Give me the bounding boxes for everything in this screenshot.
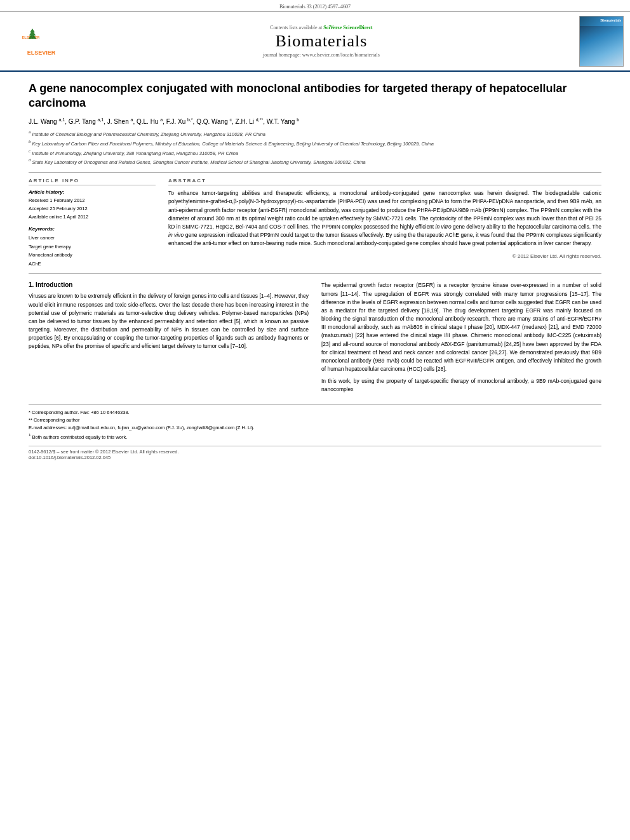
keywords-list: Liver cancer Target gene therapy Monoclo… bbox=[29, 234, 156, 268]
cover-text: Biomaterials bbox=[600, 18, 621, 22]
article-history-label: Article history: bbox=[29, 189, 156, 195]
footer-doi: doi:10.1016/j.biomaterials.2012.02.045 bbox=[29, 455, 601, 460]
abstract-heading: ABSTRACT bbox=[168, 178, 601, 185]
journal-header-center: Contents lists available at SciVerse Sci… bbox=[76, 25, 566, 58]
journal-ref: Biomaterials 33 (2012) 4597–4607 bbox=[279, 4, 351, 10]
authors: J.L. Wang a,1, G.P. Tang a,1, J. Shen a,… bbox=[29, 117, 601, 125]
affiliation-d: d State Key Laboratory of Oncogenes and … bbox=[29, 157, 601, 166]
journal-top-bar: Biomaterials 33 (2012) 4597–4607 bbox=[0, 0, 630, 11]
intro-col-left: 1. Introduction Viruses are known to be … bbox=[29, 281, 309, 397]
abstract-col: ABSTRACT To enhance tumor-targeting abil… bbox=[168, 178, 601, 268]
received-date: Received 1 February 2012 bbox=[29, 197, 156, 205]
footnote-emails: E-mail addresses: xufj@mail.buct.edu.cn,… bbox=[29, 424, 601, 432]
intro-col-right: The epidermal growth factor receptor (EG… bbox=[321, 281, 601, 397]
abstract-text: To enhance tumor-targeting abilities and… bbox=[168, 189, 601, 248]
article-info-col: ARTICLE INFO Article history: Received 1… bbox=[29, 178, 156, 268]
footnote-corresponding-2: ** Corresponding author bbox=[29, 417, 601, 424]
available-date: Available online 1 April 2012 bbox=[29, 213, 156, 222]
article-container: A gene nanocomplex conjugated with monoc… bbox=[0, 72, 630, 470]
keywords-label: Keywords: bbox=[29, 226, 156, 232]
divider-2 bbox=[29, 273, 601, 274]
article-dates: Received 1 February 2012 Accepted 25 Feb… bbox=[29, 197, 156, 221]
keyword-target-gene: Target gene therapy bbox=[29, 243, 156, 251]
keyword-ache: AChE bbox=[29, 260, 156, 269]
intro-paragraph-2: The epidermal growth factor receptor (EG… bbox=[321, 281, 601, 373]
footer-copyright: 0142-9612/$ – see front matter © 2012 El… bbox=[29, 449, 601, 455]
journal-cover-container: Biomaterials bbox=[566, 16, 624, 67]
affiliation-c: c Institute of Immunology, Zhejiang Univ… bbox=[29, 148, 601, 157]
affiliations: a Institute of Chemical Biology and Phar… bbox=[29, 129, 601, 166]
keyword-liver-cancer: Liver cancer bbox=[29, 234, 156, 243]
article-info-abstract: ARTICLE INFO Article history: Received 1… bbox=[29, 178, 601, 268]
sciverse-link[interactable]: SciVerse ScienceDirect bbox=[323, 25, 373, 30]
copyright: © 2012 Elsevier Ltd. All rights reserved… bbox=[168, 253, 601, 259]
affiliation-a: a Institute of Chemical Biology and Phar… bbox=[29, 129, 601, 138]
accepted-date: Accepted 25 February 2012 bbox=[29, 205, 156, 213]
journal-homepage: journal homepage: www.elsevier.com/locat… bbox=[76, 52, 566, 58]
divider-1 bbox=[29, 172, 601, 173]
journal-header: ELSEVIER ELSEVIER Contents lists availab… bbox=[0, 11, 630, 72]
intro-paragraph-1: Viruses are known to be extremely effici… bbox=[29, 292, 309, 350]
article-info-heading: ARTICLE INFO bbox=[29, 178, 156, 185]
keyword-monoclonal: Monoclonal antibody bbox=[29, 251, 156, 260]
svg-rect-0 bbox=[21, 27, 62, 53]
journal-title: Biomaterials bbox=[76, 32, 566, 51]
intro-two-col: 1. Introduction Viruses are known to be … bbox=[29, 281, 601, 397]
footnotes-area: * Corresponding author. Fax: +86 10 6444… bbox=[29, 404, 601, 441]
elsevier-logo-container: ELSEVIER ELSEVIER bbox=[6, 27, 76, 56]
biomaterials-cover: Biomaterials bbox=[579, 16, 624, 67]
footnote-equal-contribution: 1 Both authors contributed equally to th… bbox=[29, 432, 601, 441]
footer-bar: 0142-9612/$ – see front matter © 2012 El… bbox=[29, 446, 601, 460]
affiliation-b: b Key Laboratory of Carbon Fiber and Fun… bbox=[29, 138, 601, 147]
intro-paragraph-3: In this work, by using the property of t… bbox=[321, 377, 601, 394]
introduction-section: 1. Introduction Viruses are known to be … bbox=[29, 281, 601, 460]
elsevier-text: ELSEVIER bbox=[27, 50, 56, 56]
article-title: A gene nanocomplex conjugated with monoc… bbox=[29, 81, 601, 111]
sciverse-line: Contents lists available at SciVerse Sci… bbox=[76, 25, 566, 30]
intro-heading: 1. Introduction bbox=[29, 281, 309, 288]
footnote-corresponding-1: * Corresponding author. Fax: +86 10 6444… bbox=[29, 409, 601, 417]
elsevier-logo: ELSEVIER bbox=[16, 27, 67, 53]
